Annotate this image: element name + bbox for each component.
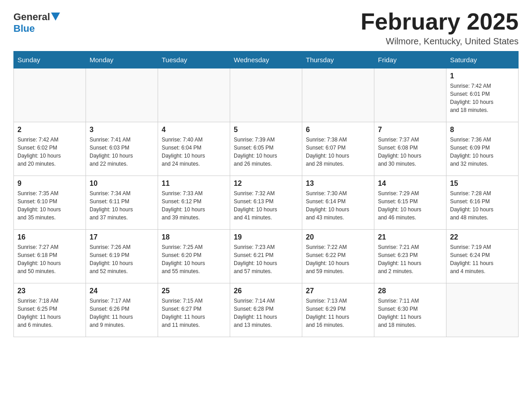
day-info: Sunrise: 7:25 AM Sunset: 6:20 PM Dayligh… — [162, 243, 226, 275]
calendar-week-row: 9Sunrise: 7:35 AM Sunset: 6:10 PM Daylig… — [14, 176, 519, 230]
day-number: 20 — [306, 233, 370, 241]
day-info: Sunrise: 7:32 AM Sunset: 6:13 PM Dayligh… — [234, 189, 298, 222]
logo-triangle-icon — [51, 13, 60, 21]
day-info: Sunrise: 7:15 AM Sunset: 6:27 PM Dayligh… — [162, 297, 226, 329]
calendar-cell — [14, 68, 86, 122]
day-info: Sunrise: 7:39 AM Sunset: 6:05 PM Dayligh… — [234, 136, 298, 168]
calendar-cell: 1Sunrise: 7:42 AM Sunset: 6:01 PM Daylig… — [446, 68, 519, 122]
calendar-cell: 2Sunrise: 7:42 AM Sunset: 6:02 PM Daylig… — [14, 122, 86, 176]
location-subtitle: Wilmore, Kentucky, United States — [360, 36, 519, 47]
calendar-cell: 4Sunrise: 7:40 AM Sunset: 6:04 PM Daylig… — [158, 122, 230, 176]
day-number: 7 — [378, 126, 442, 134]
header-sunday: Sunday — [14, 51, 86, 68]
calendar-cell: 13Sunrise: 7:30 AM Sunset: 6:14 PM Dayli… — [302, 176, 374, 230]
day-info: Sunrise: 7:13 AM Sunset: 6:29 PM Dayligh… — [306, 297, 370, 329]
calendar-cell: 21Sunrise: 7:21 AM Sunset: 6:23 PM Dayli… — [374, 230, 446, 283]
day-info: Sunrise: 7:23 AM Sunset: 6:21 PM Dayligh… — [234, 243, 298, 275]
calendar-cell: 9Sunrise: 7:35 AM Sunset: 6:10 PM Daylig… — [14, 176, 86, 230]
day-number: 13 — [306, 180, 370, 188]
logo-general: General — [13, 11, 50, 23]
day-info: Sunrise: 7:28 AM Sunset: 6:16 PM Dayligh… — [450, 189, 515, 222]
calendar-table: Sunday Monday Tuesday Wednesday Thursday… — [13, 51, 519, 337]
day-number: 27 — [306, 287, 370, 295]
calendar-cell: 14Sunrise: 7:29 AM Sunset: 6:15 PM Dayli… — [374, 176, 446, 230]
day-number: 26 — [234, 287, 298, 295]
header-tuesday: Tuesday — [158, 51, 230, 68]
calendar-cell: 6Sunrise: 7:38 AM Sunset: 6:07 PM Daylig… — [302, 122, 374, 176]
header-saturday: Saturday — [446, 51, 519, 68]
header-friday: Friday — [374, 51, 446, 68]
day-info: Sunrise: 7:37 AM Sunset: 6:08 PM Dayligh… — [378, 136, 442, 168]
calendar-cell: 3Sunrise: 7:41 AM Sunset: 6:03 PM Daylig… — [86, 122, 158, 176]
calendar-cell: 11Sunrise: 7:33 AM Sunset: 6:12 PM Dayli… — [158, 176, 230, 230]
day-info: Sunrise: 7:14 AM Sunset: 6:28 PM Dayligh… — [234, 297, 298, 329]
day-number: 16 — [17, 233, 82, 241]
month-title: February 2025 — [360, 9, 519, 34]
calendar-cell: 23Sunrise: 7:18 AM Sunset: 6:25 PM Dayli… — [14, 283, 86, 337]
day-number: 14 — [378, 180, 442, 188]
header-wednesday: Wednesday — [230, 51, 302, 68]
calendar-cell: 15Sunrise: 7:28 AM Sunset: 6:16 PM Dayli… — [446, 176, 519, 230]
day-info: Sunrise: 7:38 AM Sunset: 6:07 PM Dayligh… — [306, 136, 370, 168]
calendar-cell: 10Sunrise: 7:34 AM Sunset: 6:11 PM Dayli… — [86, 176, 158, 230]
calendar-cell: 26Sunrise: 7:14 AM Sunset: 6:28 PM Dayli… — [230, 283, 302, 337]
day-info: Sunrise: 7:27 AM Sunset: 6:18 PM Dayligh… — [17, 243, 82, 275]
calendar-cell: 7Sunrise: 7:37 AM Sunset: 6:08 PM Daylig… — [374, 122, 446, 176]
logo-blue: Blue — [13, 23, 35, 34]
day-info: Sunrise: 7:42 AM Sunset: 6:02 PM Dayligh… — [17, 136, 82, 168]
day-number: 3 — [90, 126, 154, 134]
calendar-cell: 12Sunrise: 7:32 AM Sunset: 6:13 PM Dayli… — [230, 176, 302, 230]
day-number: 25 — [162, 287, 226, 295]
day-number: 28 — [378, 287, 442, 295]
day-info: Sunrise: 7:35 AM Sunset: 6:10 PM Dayligh… — [17, 189, 82, 222]
day-number: 23 — [17, 287, 82, 295]
calendar-cell: 18Sunrise: 7:25 AM Sunset: 6:20 PM Dayli… — [158, 230, 230, 283]
day-number: 24 — [90, 287, 154, 295]
calendar-cell: 5Sunrise: 7:39 AM Sunset: 6:05 PM Daylig… — [230, 122, 302, 176]
day-number: 9 — [17, 180, 82, 188]
calendar-cell: 17Sunrise: 7:26 AM Sunset: 6:19 PM Dayli… — [86, 230, 158, 283]
calendar-cell: 24Sunrise: 7:17 AM Sunset: 6:26 PM Dayli… — [86, 283, 158, 337]
day-number: 21 — [378, 233, 442, 241]
day-info: Sunrise: 7:21 AM Sunset: 6:23 PM Dayligh… — [378, 243, 442, 275]
calendar-cell — [86, 68, 158, 122]
header-thursday: Thursday — [302, 51, 374, 68]
day-info: Sunrise: 7:29 AM Sunset: 6:15 PM Dayligh… — [378, 189, 442, 222]
day-number: 1 — [450, 72, 515, 80]
day-number: 11 — [162, 180, 226, 188]
day-info: Sunrise: 7:34 AM Sunset: 6:11 PM Dayligh… — [90, 189, 154, 222]
day-number: 22 — [450, 233, 515, 241]
day-info: Sunrise: 7:11 AM Sunset: 6:30 PM Dayligh… — [378, 297, 442, 329]
day-number: 18 — [162, 233, 226, 241]
calendar-cell: 16Sunrise: 7:27 AM Sunset: 6:18 PM Dayli… — [14, 230, 86, 283]
calendar-cell: 8Sunrise: 7:36 AM Sunset: 6:09 PM Daylig… — [446, 122, 519, 176]
day-info: Sunrise: 7:42 AM Sunset: 6:01 PM Dayligh… — [450, 82, 515, 114]
page-header: General Blue February 2025 Wilmore, Kent… — [13, 9, 519, 47]
day-number: 19 — [234, 233, 298, 241]
calendar-week-row: 16Sunrise: 7:27 AM Sunset: 6:18 PM Dayli… — [14, 230, 519, 283]
calendar-week-row: 1Sunrise: 7:42 AM Sunset: 6:01 PM Daylig… — [14, 68, 519, 122]
day-info: Sunrise: 7:22 AM Sunset: 6:22 PM Dayligh… — [306, 243, 370, 275]
day-info: Sunrise: 7:17 AM Sunset: 6:26 PM Dayligh… — [90, 297, 154, 329]
calendar-header-row: Sunday Monday Tuesday Wednesday Thursday… — [14, 51, 519, 68]
day-number: 2 — [17, 126, 82, 134]
calendar-cell: 20Sunrise: 7:22 AM Sunset: 6:22 PM Dayli… — [302, 230, 374, 283]
day-info: Sunrise: 7:40 AM Sunset: 6:04 PM Dayligh… — [162, 136, 226, 168]
calendar-week-row: 23Sunrise: 7:18 AM Sunset: 6:25 PM Dayli… — [14, 283, 519, 337]
day-number: 15 — [450, 180, 515, 188]
day-number: 10 — [90, 180, 154, 188]
day-info: Sunrise: 7:36 AM Sunset: 6:09 PM Dayligh… — [450, 136, 515, 168]
logo: General Blue — [13, 9, 60, 34]
day-number: 12 — [234, 180, 298, 188]
day-info: Sunrise: 7:18 AM Sunset: 6:25 PM Dayligh… — [17, 297, 82, 329]
calendar-cell — [230, 68, 302, 122]
title-block: February 2025 Wilmore, Kentucky, United … — [360, 9, 519, 47]
calendar-cell — [374, 68, 446, 122]
day-info: Sunrise: 7:41 AM Sunset: 6:03 PM Dayligh… — [90, 136, 154, 168]
calendar-cell: 27Sunrise: 7:13 AM Sunset: 6:29 PM Dayli… — [302, 283, 374, 337]
day-number: 17 — [90, 233, 154, 241]
calendar-week-row: 2Sunrise: 7:42 AM Sunset: 6:02 PM Daylig… — [14, 122, 519, 176]
day-info: Sunrise: 7:30 AM Sunset: 6:14 PM Dayligh… — [306, 189, 370, 222]
calendar-cell — [302, 68, 374, 122]
day-number: 5 — [234, 126, 298, 134]
